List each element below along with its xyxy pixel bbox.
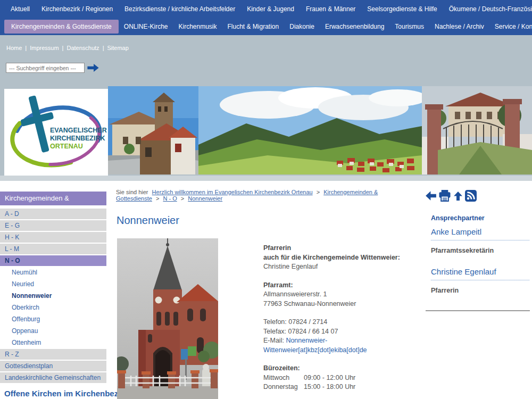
breadcrumb-separator: > — [181, 195, 184, 202]
sidebar-item-l-m[interactable]: L - M — [0, 244, 106, 254]
print-button[interactable] — [438, 190, 451, 202]
breadcrumb-link-home[interactable]: Herzlich willkommen im Evangelischen Kir… — [152, 189, 313, 195]
nav-item-oekumene[interactable]: Ökumene / Deutsch-Französisch — [449, 5, 532, 13]
nav-item-service-kontakt[interactable]: Service / Kontakt — [489, 23, 532, 30]
sidebar-subitem-ottenheim[interactable]: Ottenheim — [0, 337, 106, 348]
search-bar — [6, 63, 99, 73]
back-button[interactable] — [425, 190, 437, 202]
contacts-sidebar: Ansprechpartner Anke Lampeitl Pfarramtss… — [431, 214, 529, 307]
phone-number: Telefon: 07824 / 2714 — [263, 318, 423, 327]
pfarrerin-name: Christine Egenlauf — [263, 262, 423, 272]
scroll-to-top-button[interactable] — [453, 190, 463, 202]
spacer — [263, 272, 423, 281]
pfarramt-label: Pfarramt: — [263, 281, 423, 290]
sidebar-item-gottesdienstplan[interactable]: Gottesdienstplan — [0, 361, 106, 371]
breadcrumb-separator: > — [156, 195, 159, 202]
search-submit-button[interactable] — [87, 63, 99, 72]
nav-item-erwachsenenbildung[interactable]: Erwachsenenbildung — [320, 23, 389, 30]
email-line: E-Mail: Nonnenweier-Wittenweier[at]kbz[d… — [263, 336, 423, 355]
nav-item-flucht-migration[interactable]: Flucht & Migration — [222, 23, 285, 30]
breadcrumb-link-n-o[interactable]: N - O — [163, 195, 177, 202]
utility-link-home[interactable]: Home — [6, 45, 22, 51]
office-hours-day: Donnerstag — [263, 383, 304, 392]
sidebar-item-r-z[interactable]: R - Z — [0, 349, 106, 360]
office-hours-row: Mittwoch 09:00 - 12:00 Uhr — [263, 373, 423, 383]
page: Aktuell Kirchenbezirk / Regionen Bezirks… — [0, 0, 532, 399]
nav-item-kirchengemeinden-active[interactable]: Kirchengemeinden & Gottesdienste — [4, 20, 119, 34]
header-band-strip — [0, 176, 532, 181]
utility-links: Home|Impressum|Datenschutz|Sitemap — [6, 45, 129, 51]
utility-separator: | — [25, 45, 27, 51]
utility-separator: | — [62, 45, 64, 51]
city-address: 77963 Schwanau-Nonnenweier — [263, 300, 423, 309]
search-arrow-icon — [87, 63, 99, 72]
rss-button[interactable] — [465, 190, 477, 202]
pfarrerin-label: Pfarrerin — [263, 244, 423, 253]
nav-item-kinder-jugend[interactable]: Kinder & Jugend — [247, 5, 294, 13]
sidebar-item-a-d[interactable]: A - D — [0, 209, 106, 219]
utility-link-sitemap[interactable]: Sitemap — [107, 45, 128, 51]
nav-item-aktuell[interactable]: Aktuell — [11, 5, 30, 13]
sidebar-subitem-oberkirch[interactable]: Oberkirch — [0, 302, 106, 313]
logo-text-line3: ORTENAU — [50, 143, 83, 150]
sidebar-subitem-offenburg[interactable]: Offenburg — [0, 314, 106, 325]
office-hours-day: Mittwoch — [263, 373, 304, 383]
logo-text-line2: KIRCHENBEZIRK — [50, 135, 105, 142]
nav-item-kirchenbezirk-regionen[interactable]: Kirchenbezirk / Regionen — [41, 5, 113, 13]
email-label: E-Mail: — [263, 337, 284, 344]
site-logo[interactable]: EVANGELISCHER KIRCHENBEZIRK ORTENAU — [4, 89, 108, 176]
back-arrow-icon — [425, 190, 437, 202]
sidebar-footer-heading[interactable]: Offene Kirchen im Kirchenbezirk — [4, 389, 128, 398]
nav-item-seelsorgedienste[interactable]: Seelsorgedienste & Hilfe — [367, 5, 437, 13]
utility-link-impressum[interactable]: Impressum — [30, 45, 59, 51]
spacer — [263, 355, 423, 364]
sidebar-subitem-neuried[interactable]: Neuried — [0, 279, 106, 289]
search-input[interactable] — [6, 63, 85, 73]
office-hours-time: 09:00 - 12:00 Uhr — [304, 373, 355, 383]
breadcrumb-link-nonnenweier[interactable]: Nonnenweier — [188, 195, 222, 202]
page-actions — [425, 190, 477, 202]
up-arrow-icon — [453, 190, 463, 202]
breadcrumb-prefix: Sie sind hier — [116, 189, 148, 195]
sidebar-item-n-o-active[interactable]: N - O — [0, 255, 106, 266]
sidebar-item-landeskirchliche[interactable]: Landeskirchliche Gemeinschaften — [0, 372, 106, 383]
sidebar-subitem-oppenau[interactable]: Oppenau — [0, 326, 106, 336]
header-banner-image — [108, 86, 532, 174]
nav-item-frauen-maenner[interactable]: Frauen & Männer — [306, 5, 355, 13]
contacts-divider — [426, 310, 530, 311]
nav-item-nachlese-archiv[interactable]: Nachlese / Archiv — [429, 23, 489, 30]
pfarrerin-label-2: auch für die Kirchengemeinde Wittenweier… — [263, 253, 423, 263]
spacer — [263, 309, 423, 318]
nav-item-kirchenmusik[interactable]: Kirchenmusik — [173, 23, 222, 30]
contact-link-anke-lampeitl[interactable]: Anke Lampeitl — [431, 227, 529, 240]
top-navigation: Aktuell Kirchenbezirk / Regionen Bezirks… — [0, 0, 532, 35]
nav-item-online-kirche[interactable]: ONLINE-Kirche — [119, 23, 173, 30]
fax-number: Telefax: 07824 / 66 14 07 — [263, 327, 423, 337]
logo-text-line1: EVANGELISCHER — [50, 127, 107, 134]
nav-item-tourismus[interactable]: Tourismus — [389, 23, 429, 30]
sidebar-navigation: A - D E - G H - K L - M N - O Neumühl Ne… — [0, 209, 106, 384]
rss-icon — [465, 190, 477, 202]
nav-row-2: Kirchengemeinden & Gottesdienste ONLINE-… — [0, 18, 532, 35]
sidebar-subitem-nonnenweier-active[interactable]: Nonnenweier — [0, 290, 106, 301]
utility-link-datenschutz[interactable]: Datenschutz — [66, 45, 99, 51]
contact-link-christine-egenlauf[interactable]: Christine Egenlauf — [431, 267, 529, 280]
logo-graphic: EVANGELISCHER KIRCHENBEZIRK ORTENAU — [4, 89, 108, 176]
office-hours-label: Bürozeiten: — [263, 364, 423, 373]
nav-item-bezirksdienste[interactable]: Bezirksdienste / kirchliche Arbeitsfelde… — [124, 5, 235, 13]
church-photo — [117, 238, 218, 399]
nav-row-1: Aktuell Kirchenbezirk / Regionen Bezirks… — [0, 0, 532, 18]
nav-item-diakonie[interactable]: Diakonie — [284, 23, 320, 30]
contact-role: Pfarramtssekretärin — [431, 247, 529, 254]
contacts-heading: Ansprechpartner — [431, 214, 529, 222]
sidebar-subitem-neumuehl[interactable]: Neumühl — [0, 267, 106, 278]
page-title: Nonnenweier — [117, 214, 179, 227]
street-address: Allmannsweiererstr. 1 — [263, 290, 423, 300]
contact-info-block: Pfarrerin auch für die Kirchengemeinde W… — [263, 244, 423, 392]
office-hours-row: Donnerstag 15:00 - 18:00 Uhr — [263, 383, 423, 392]
sidebar-item-e-g[interactable]: E - G — [0, 220, 106, 231]
contact-role: Pfarrerin — [431, 287, 529, 294]
breadcrumb-separator: > — [317, 189, 320, 195]
sidebar-header[interactable]: Kirchengemeinden & Gottesdienste — [0, 192, 106, 205]
sidebar-item-h-k[interactable]: H - K — [0, 232, 106, 243]
